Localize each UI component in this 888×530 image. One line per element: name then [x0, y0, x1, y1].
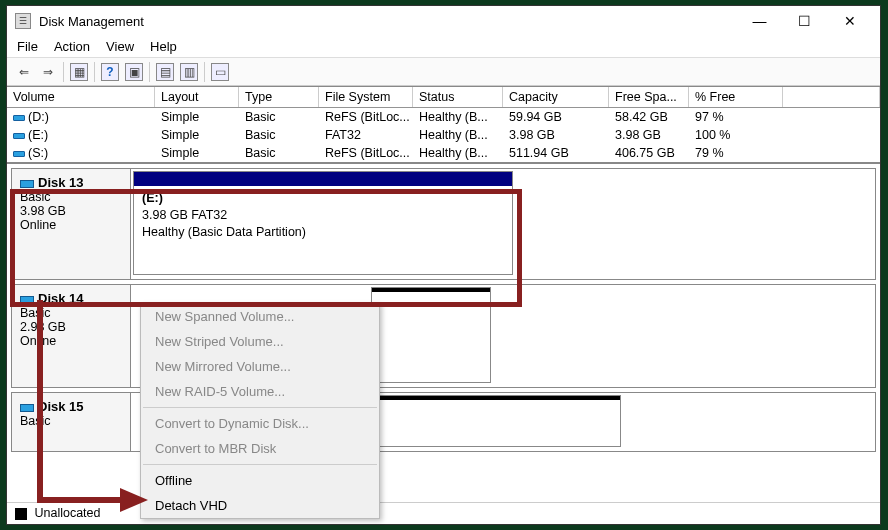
cell-type: Basic [239, 145, 319, 161]
ctx-new-striped: New Striped Volume... [141, 329, 379, 354]
toolbar-divider [149, 62, 150, 82]
col-layout[interactable]: Layout [155, 87, 239, 107]
disk-title: Disk 14 [38, 291, 84, 306]
ctx-new-mirrored: New Mirrored Volume... [141, 354, 379, 379]
disk-state: Online [20, 334, 122, 348]
cell-free: 58.42 GB [609, 109, 689, 125]
cell-status: Healthy (B... [413, 127, 503, 143]
grid-header: Volume Layout Type File System Status Ca… [7, 86, 880, 108]
cell-volume: (E:) [7, 127, 155, 143]
volume-row[interactable]: (S:) Simple Basic ReFS (BitLoc... Health… [7, 144, 880, 162]
col-fs[interactable]: File System [319, 87, 413, 107]
cell-layout: Simple [155, 127, 239, 143]
partition-e[interactable]: (E:) 3.98 GB FAT32 Healthy (Basic Data P… [133, 171, 513, 275]
app-icon: ☰ [15, 13, 31, 29]
toolbar: ⇐ ⇒ ▦ ? ▣ ▤ ▥ ▭ [7, 58, 880, 86]
partition[interactable] [371, 395, 621, 447]
cell-cap: 59.94 GB [503, 109, 609, 125]
disk-type: Basic [20, 414, 122, 428]
toolbar-btn-6[interactable]: ▭ [211, 63, 229, 81]
disk-title: Disk 13 [38, 175, 84, 190]
cell-free: 3.98 GB [609, 127, 689, 143]
col-spacer [783, 87, 880, 107]
toolbar-divider [94, 62, 95, 82]
disk-type: Basic [20, 190, 122, 204]
partition-color-bar [134, 172, 512, 186]
minimize-button[interactable]: — [737, 7, 782, 35]
ctx-new-spanned: New Spanned Volume... [141, 304, 379, 329]
ctx-convert-mbr: Convert to MBR Disk [141, 436, 379, 461]
cell-fs: ReFS (BitLoc... [319, 109, 413, 125]
disk-management-window: ☰ Disk Management — ☐ ✕ File Action View… [6, 5, 881, 525]
cell-type: Basic [239, 109, 319, 125]
drive-icon [13, 133, 25, 139]
col-volume[interactable]: Volume [7, 87, 155, 107]
maximize-button[interactable]: ☐ [782, 7, 827, 35]
menu-help[interactable]: Help [150, 39, 177, 54]
ctx-new-raid5: New RAID-5 Volume... [141, 379, 379, 404]
status-bar: Unallocated [7, 502, 880, 524]
partition-desc [372, 302, 490, 310]
cell-status: Healthy (B... [413, 109, 503, 125]
menu-view[interactable]: View [106, 39, 134, 54]
toolbar-btn-3[interactable]: ▣ [125, 63, 143, 81]
cell-pfree: 79 % [689, 145, 783, 161]
unallocated-swatch [15, 508, 27, 520]
disk-type: Basic [20, 306, 122, 320]
toolbar-btn-1[interactable]: ▦ [70, 63, 88, 81]
disk-13-header[interactable]: Disk 13 Basic 3.98 GB Online [11, 168, 131, 280]
toolbar-btn-5[interactable]: ▥ [180, 63, 198, 81]
col-type[interactable]: Type [239, 87, 319, 107]
ctx-separator [143, 464, 377, 465]
volume-grid: Volume Layout Type File System Status Ca… [7, 86, 880, 163]
disk-icon [20, 296, 34, 304]
close-button[interactable]: ✕ [827, 7, 872, 35]
disk-icon [20, 180, 34, 188]
cell-type: Basic [239, 127, 319, 143]
disk-13-row[interactable]: Disk 13 Basic 3.98 GB Online (E:) 3.98 G… [11, 168, 876, 280]
cell-fs: ReFS (BitLoc... [319, 145, 413, 161]
partition[interactable] [371, 287, 491, 383]
col-pfree[interactable]: % Free [689, 87, 783, 107]
cell-volume: (D:) [7, 109, 155, 125]
menu-action[interactable]: Action [54, 39, 90, 54]
disk-panel: Disk 13 Basic 3.98 GB Online (E:) 3.98 G… [7, 163, 880, 502]
help-icon[interactable]: ? [101, 63, 119, 81]
cell-layout: Simple [155, 145, 239, 161]
disk-14-header[interactable]: Disk 14 Basic 2.98 GB Online [11, 284, 131, 388]
ctx-convert-dynamic: Convert to Dynamic Disk... [141, 411, 379, 436]
partition-size-fs: 3.98 GB FAT32 [142, 207, 504, 224]
disk-icon [20, 404, 34, 412]
cell-layout: Simple [155, 109, 239, 125]
disk-state: Online [20, 218, 122, 232]
back-icon[interactable]: ⇐ [15, 63, 33, 81]
legend-unallocated: Unallocated [34, 506, 100, 520]
ctx-detach-vhd[interactable]: Detach VHD [141, 493, 379, 518]
ctx-offline[interactable]: Offline [141, 468, 379, 493]
menubar: File Action View Help [7, 36, 880, 58]
col-free[interactable]: Free Spa... [609, 87, 689, 107]
partition-color-bar [372, 288, 490, 302]
cell-status: Healthy (B... [413, 145, 503, 161]
cell-volume: (S:) [7, 145, 155, 161]
volume-row[interactable]: (E:) Simple Basic FAT32 Healthy (B... 3.… [7, 126, 880, 144]
disk-title: Disk 15 [38, 399, 84, 414]
cell-fs: FAT32 [319, 127, 413, 143]
cell-free: 406.75 GB [609, 145, 689, 161]
drive-icon [13, 151, 25, 157]
window-title: Disk Management [39, 14, 737, 29]
volume-row[interactable]: (D:) Simple Basic ReFS (BitLoc... Health… [7, 108, 880, 126]
disk-size: 3.98 GB [20, 204, 122, 218]
menu-file[interactable]: File [17, 39, 38, 54]
cell-cap: 511.94 GB [503, 145, 609, 161]
disk-15-header[interactable]: Disk 15 Basic [11, 392, 131, 452]
disk-13-body: (E:) 3.98 GB FAT32 Healthy (Basic Data P… [131, 168, 876, 280]
partition-label: (E:) [142, 190, 504, 207]
titlebar: ☰ Disk Management — ☐ ✕ [7, 6, 880, 36]
partition-status: Healthy (Basic Data Partition) [142, 224, 504, 241]
col-status[interactable]: Status [413, 87, 503, 107]
col-capacity[interactable]: Capacity [503, 87, 609, 107]
toolbar-divider [63, 62, 64, 82]
toolbar-btn-4[interactable]: ▤ [156, 63, 174, 81]
forward-icon[interactable]: ⇒ [39, 63, 57, 81]
